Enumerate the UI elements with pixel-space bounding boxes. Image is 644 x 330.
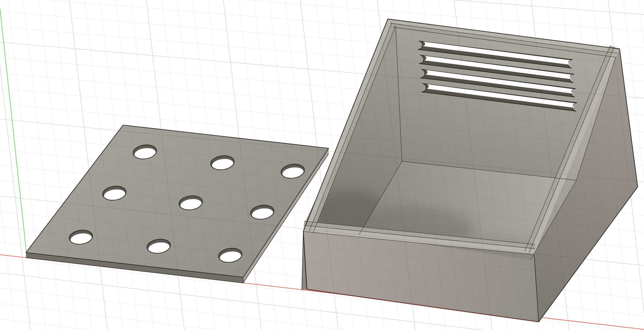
cad-viewport-canvas[interactable] — [0, 0, 644, 330]
